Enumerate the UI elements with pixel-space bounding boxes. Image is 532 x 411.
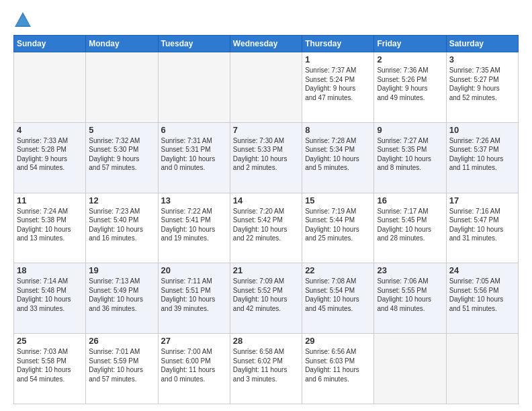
svg-marker-1 [16,15,30,26]
calendar-cell: 19Sunrise: 7:13 AM Sunset: 5:49 PM Dayli… [86,263,158,334]
day-info: Sunrise: 7:00 AM Sunset: 6:00 PM Dayligh… [161,347,227,383]
day-number: 4 [17,125,83,135]
day-number: 24 [449,265,515,275]
header [13,11,519,30]
day-number: 19 [89,265,154,275]
day-number: 7 [233,125,299,135]
day-info: Sunrise: 7:16 AM Sunset: 5:47 PM Dayligh… [449,207,515,243]
calendar-cell: 22Sunrise: 7:08 AM Sunset: 5:54 PM Dayli… [302,263,374,334]
day-number: 27 [161,336,227,346]
logo [13,11,35,30]
col-tuesday: Tuesday [158,36,230,52]
calendar-cell: 20Sunrise: 7:11 AM Sunset: 5:51 PM Dayli… [158,263,230,334]
day-info: Sunrise: 7:14 AM Sunset: 5:48 PM Dayligh… [17,277,83,313]
calendar-cell: 11Sunrise: 7:24 AM Sunset: 5:38 PM Dayli… [14,193,86,263]
calendar-cell: 26Sunrise: 7:01 AM Sunset: 5:59 PM Dayli… [86,334,158,404]
day-info: Sunrise: 7:05 AM Sunset: 5:56 PM Dayligh… [449,277,515,313]
calendar-cell [158,52,230,123]
day-number: 15 [305,195,371,205]
day-number: 20 [161,265,227,275]
day-number: 25 [17,336,83,346]
day-number: 3 [449,54,515,64]
calendar-week-row: 11Sunrise: 7:24 AM Sunset: 5:38 PM Dayli… [14,193,519,263]
day-info: Sunrise: 7:28 AM Sunset: 5:34 PM Dayligh… [305,136,371,173]
calendar-week-row: 18Sunrise: 7:14 AM Sunset: 5:48 PM Dayli… [14,263,519,334]
col-friday: Friday [374,36,446,52]
calendar-cell: 29Sunrise: 6:56 AM Sunset: 6:03 PM Dayli… [302,334,374,404]
calendar-cell: 3Sunrise: 7:35 AM Sunset: 5:27 PM Daylig… [446,52,518,123]
day-info: Sunrise: 7:06 AM Sunset: 5:55 PM Dayligh… [377,277,443,313]
day-info: Sunrise: 7:08 AM Sunset: 5:54 PM Dayligh… [305,277,371,313]
day-info: Sunrise: 7:36 AM Sunset: 5:26 PM Dayligh… [377,66,443,102]
day-number: 5 [89,125,154,135]
day-info: Sunrise: 7:09 AM Sunset: 5:52 PM Dayligh… [233,277,299,313]
calendar-table: Sunday Monday Tuesday Wednesday Thursday… [13,35,519,404]
calendar-cell: 16Sunrise: 7:17 AM Sunset: 5:45 PM Dayli… [374,193,446,263]
calendar-cell: 25Sunrise: 7:03 AM Sunset: 5:58 PM Dayli… [14,334,86,404]
calendar-cell: 1Sunrise: 7:37 AM Sunset: 5:24 PM Daylig… [302,52,374,123]
day-info: Sunrise: 7:26 AM Sunset: 5:37 PM Dayligh… [449,136,515,173]
day-info: Sunrise: 7:32 AM Sunset: 5:30 PM Dayligh… [89,136,154,173]
calendar-cell: 23Sunrise: 7:06 AM Sunset: 5:55 PM Dayli… [374,263,446,334]
day-number: 9 [377,125,443,135]
day-info: Sunrise: 7:31 AM Sunset: 5:31 PM Dayligh… [161,136,227,173]
day-info: Sunrise: 7:13 AM Sunset: 5:49 PM Dayligh… [89,277,154,313]
day-number: 17 [449,195,515,205]
col-monday: Monday [86,36,158,52]
calendar-cell: 2Sunrise: 7:36 AM Sunset: 5:26 PM Daylig… [374,52,446,123]
day-number: 28 [233,336,299,346]
day-number: 14 [233,195,299,205]
day-info: Sunrise: 7:17 AM Sunset: 5:45 PM Dayligh… [377,207,443,243]
day-number: 12 [89,195,154,205]
calendar-cell: 10Sunrise: 7:26 AM Sunset: 5:37 PM Dayli… [446,122,518,193]
day-info: Sunrise: 6:56 AM Sunset: 6:03 PM Dayligh… [305,347,371,383]
calendar-week-row: 4Sunrise: 7:33 AM Sunset: 5:28 PM Daylig… [14,122,519,193]
calendar-cell: 13Sunrise: 7:22 AM Sunset: 5:41 PM Dayli… [158,193,230,263]
day-info: Sunrise: 7:01 AM Sunset: 5:59 PM Dayligh… [89,347,154,383]
day-info: Sunrise: 7:23 AM Sunset: 5:40 PM Dayligh… [89,207,154,243]
day-info: Sunrise: 7:37 AM Sunset: 5:24 PM Dayligh… [305,66,371,102]
day-info: Sunrise: 7:20 AM Sunset: 5:42 PM Dayligh… [233,207,299,243]
calendar-cell [14,52,86,123]
calendar-week-row: 1Sunrise: 7:37 AM Sunset: 5:24 PM Daylig… [14,52,519,123]
calendar-cell: 7Sunrise: 7:30 AM Sunset: 5:33 PM Daylig… [230,122,302,193]
day-number: 2 [377,54,443,64]
calendar-cell: 5Sunrise: 7:32 AM Sunset: 5:30 PM Daylig… [86,122,158,193]
page: Sunday Monday Tuesday Wednesday Thursday… [0,0,532,411]
day-info: Sunrise: 7:33 AM Sunset: 5:28 PM Dayligh… [17,136,83,173]
calendar-cell: 8Sunrise: 7:28 AM Sunset: 5:34 PM Daylig… [302,122,374,193]
col-wednesday: Wednesday [230,36,302,52]
day-info: Sunrise: 7:19 AM Sunset: 5:44 PM Dayligh… [305,207,371,243]
calendar-cell: 21Sunrise: 7:09 AM Sunset: 5:52 PM Dayli… [230,263,302,334]
col-thursday: Thursday [302,36,374,52]
day-info: Sunrise: 6:58 AM Sunset: 6:02 PM Dayligh… [233,347,299,383]
day-number: 18 [17,265,83,275]
calendar-cell: 28Sunrise: 6:58 AM Sunset: 6:02 PM Dayli… [230,334,302,404]
day-info: Sunrise: 7:22 AM Sunset: 5:41 PM Dayligh… [161,207,227,243]
day-number: 26 [89,336,154,346]
day-number: 8 [305,125,371,135]
day-number: 13 [161,195,227,205]
day-number: 23 [377,265,443,275]
calendar-cell: 27Sunrise: 7:00 AM Sunset: 6:00 PM Dayli… [158,334,230,404]
logo-icon [13,11,32,30]
day-number: 21 [233,265,299,275]
day-info: Sunrise: 7:24 AM Sunset: 5:38 PM Dayligh… [17,207,83,243]
calendar-cell: 14Sunrise: 7:20 AM Sunset: 5:42 PM Dayli… [230,193,302,263]
calendar-cell [446,334,518,404]
calendar-week-row: 25Sunrise: 7:03 AM Sunset: 5:58 PM Dayli… [14,334,519,404]
day-info: Sunrise: 7:35 AM Sunset: 5:27 PM Dayligh… [449,66,515,102]
calendar-cell [230,52,302,123]
calendar-cell: 17Sunrise: 7:16 AM Sunset: 5:47 PM Dayli… [446,193,518,263]
day-info: Sunrise: 7:27 AM Sunset: 5:35 PM Dayligh… [377,136,443,173]
calendar-cell: 12Sunrise: 7:23 AM Sunset: 5:40 PM Dayli… [86,193,158,263]
day-number: 22 [305,265,371,275]
calendar-cell: 24Sunrise: 7:05 AM Sunset: 5:56 PM Dayli… [446,263,518,334]
day-number: 6 [161,125,227,135]
day-number: 10 [449,125,515,135]
calendar-cell: 6Sunrise: 7:31 AM Sunset: 5:31 PM Daylig… [158,122,230,193]
calendar-cell: 15Sunrise: 7:19 AM Sunset: 5:44 PM Dayli… [302,193,374,263]
day-number: 16 [377,195,443,205]
calendar-cell: 18Sunrise: 7:14 AM Sunset: 5:48 PM Dayli… [14,263,86,334]
day-info: Sunrise: 7:30 AM Sunset: 5:33 PM Dayligh… [233,136,299,173]
